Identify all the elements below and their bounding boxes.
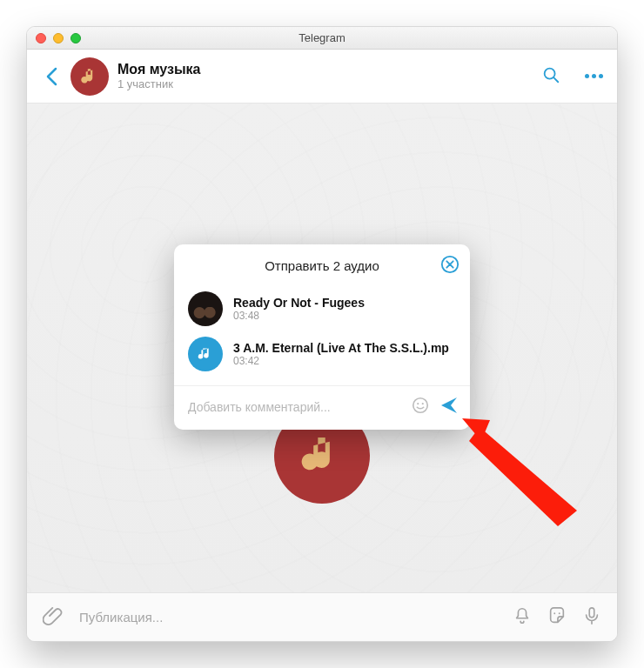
minimize-window-button[interactable] <box>53 33 64 43</box>
modal-title: Отправить 2 аудио <box>265 258 379 273</box>
traffic-lights <box>27 33 81 43</box>
dot-icon <box>592 74 596 78</box>
svg-rect-4 <box>589 607 594 617</box>
compose-bar: Публикация... <box>27 592 617 641</box>
send-button[interactable] <box>439 395 460 419</box>
titlebar: Telegram <box>27 27 617 50</box>
chat-title: Моя музыка <box>117 61 533 77</box>
dot-icon <box>599 74 603 78</box>
chat-avatar[interactable] <box>70 57 109 96</box>
close-icon <box>440 255 460 274</box>
zoom-window-button[interactable] <box>70 33 81 43</box>
smile-icon <box>411 396 430 415</box>
music-note-icon <box>196 344 215 364</box>
comment-input[interactable] <box>188 400 402 414</box>
audio-track-row[interactable]: Ready Or Not - Fugees 03:48 <box>174 286 470 331</box>
chevron-left-icon <box>45 67 57 86</box>
chat-header: Моя музыка 1 участник <box>27 50 617 104</box>
more-button[interactable] <box>585 74 603 78</box>
search-icon <box>541 65 560 84</box>
svg-point-3 <box>559 612 560 614</box>
close-modal-button[interactable] <box>440 255 460 277</box>
sticker-icon <box>547 606 567 625</box>
svg-point-6 <box>413 398 428 413</box>
modal-header: Отправить 2 аудио <box>174 244 470 286</box>
window-title: Telegram <box>27 31 617 44</box>
app-window: Telegram Моя музыка 1 участник <box>26 26 618 642</box>
bell-icon <box>513 606 532 625</box>
track-duration: 03:48 <box>233 310 365 322</box>
svg-point-2 <box>553 612 555 614</box>
microphone-icon <box>582 606 601 625</box>
chat-title-block[interactable]: Моя музыка 1 участник <box>117 61 533 91</box>
attach-button[interactable] <box>43 605 64 630</box>
emoji-button[interactable] <box>411 396 430 418</box>
back-button[interactable] <box>41 66 62 87</box>
svg-point-8 <box>422 403 424 404</box>
mute-button[interactable] <box>513 606 532 629</box>
track-name: 3 A.M. Eternal (Live At The S.S.L.).mp <box>233 341 449 355</box>
chat-subtitle: 1 участник <box>117 77 533 91</box>
close-window-button[interactable] <box>36 33 46 43</box>
album-art-thumb <box>188 291 223 326</box>
svg-line-1 <box>553 77 558 82</box>
compose-input[interactable]: Публикация... <box>79 610 497 625</box>
search-button[interactable] <box>541 65 560 88</box>
sticker-button[interactable] <box>547 606 567 629</box>
svg-point-7 <box>417 403 419 404</box>
track-name: Ready Or Not - Fugees <box>233 296 365 310</box>
send-audio-modal: Отправить 2 аудио Ready Or Not - Fugees … <box>174 244 470 430</box>
audio-track-row[interactable]: 3 A.M. Eternal (Live At The S.S.L.).mp 0… <box>174 331 470 377</box>
paperclip-icon <box>43 605 64 626</box>
voice-button[interactable] <box>582 606 601 629</box>
music-note-icon <box>78 65 101 88</box>
music-note-icon <box>298 431 346 480</box>
modal-input-row <box>174 385 470 430</box>
track-duration: 03:42 <box>233 355 449 367</box>
audio-file-thumb <box>188 337 223 371</box>
send-icon <box>439 395 460 416</box>
dot-icon <box>585 74 589 78</box>
